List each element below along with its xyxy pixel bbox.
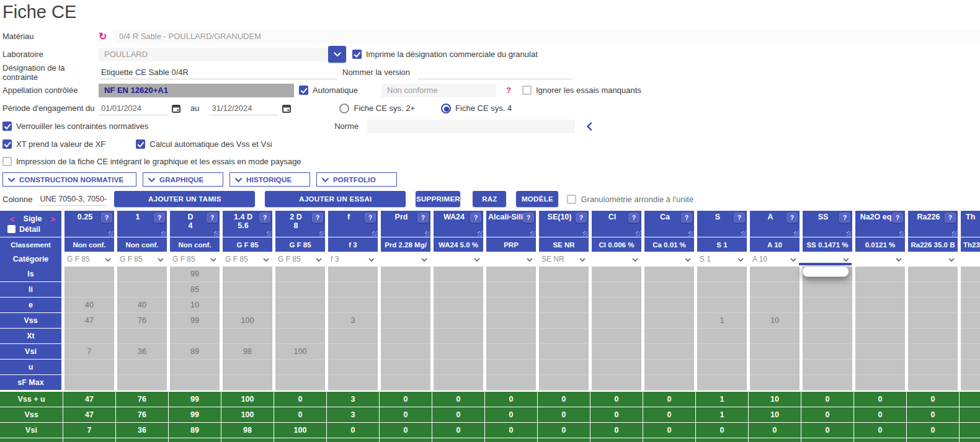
value-cell[interactable] <box>750 267 800 282</box>
resize-handle-icon[interactable] <box>688 231 693 236</box>
value-cell[interactable] <box>803 298 852 313</box>
resize-handle-icon[interactable] <box>109 231 114 236</box>
value-cell[interactable]: 3 <box>328 313 378 329</box>
fiche-sys2-radio[interactable] <box>339 104 349 113</box>
value-cell[interactable] <box>855 313 905 329</box>
categorie-select[interactable] <box>486 252 536 267</box>
value-cell[interactable] <box>223 329 272 344</box>
resize-handle-icon[interactable] <box>847 231 852 236</box>
detail-checkbox[interactable] <box>7 225 16 233</box>
categorie-select[interactable] <box>855 252 905 267</box>
value-cell[interactable]: 100 <box>223 313 272 329</box>
value-cell[interactable] <box>592 298 641 313</box>
version-field[interactable] <box>417 66 572 79</box>
value-cell[interactable] <box>381 329 430 344</box>
prev-column-icon[interactable]: < <box>10 214 15 224</box>
column-help-button[interactable]: ? <box>786 213 798 223</box>
value-cell[interactable] <box>381 282 430 298</box>
categorie-select[interactable] <box>961 252 980 267</box>
value-cell[interactable] <box>750 375 800 391</box>
value-cell[interactable] <box>328 360 378 375</box>
value-cell[interactable] <box>170 360 220 375</box>
supprimer-button[interactable]: SUPPRIMER <box>416 191 460 207</box>
next-column-icon[interactable]: > <box>50 214 55 224</box>
value-cell[interactable] <box>434 313 483 329</box>
resize-handle-icon[interactable] <box>741 231 746 236</box>
value-cell[interactable] <box>539 298 589 313</box>
value-cell[interactable] <box>961 313 980 329</box>
value-cell[interactable]: 100 <box>275 344 325 360</box>
value-cell[interactable] <box>908 329 958 344</box>
value-cell[interactable] <box>486 313 536 329</box>
value-cell[interactable] <box>855 298 905 313</box>
value-cell[interactable] <box>434 267 483 282</box>
resize-handle-icon[interactable] <box>214 231 219 236</box>
column-help-button[interactable]: ? <box>576 213 587 223</box>
categorie-select[interactable] <box>644 252 694 267</box>
value-cell[interactable] <box>750 282 800 298</box>
value-cell[interactable] <box>803 313 852 329</box>
value-cell[interactable]: 99 <box>170 267 220 282</box>
value-cell[interactable] <box>434 360 483 375</box>
value-cell[interactable] <box>275 267 325 282</box>
value-cell[interactable] <box>275 298 325 313</box>
categorie-select[interactable] <box>908 252 958 267</box>
value-cell[interactable] <box>961 267 980 282</box>
materiau-field[interactable]: 0/4 R Sable - POULLARD/GRANUDEM <box>114 30 980 43</box>
value-cell[interactable] <box>592 313 641 329</box>
imprime-designation-checkbox[interactable] <box>352 50 362 59</box>
value-cell[interactable] <box>539 344 589 360</box>
categorie-select[interactable]: S 1 <box>697 252 747 267</box>
laboratoire-field[interactable]: POULLARD <box>99 48 327 61</box>
value-cell[interactable] <box>117 360 167 375</box>
value-cell[interactable]: 36 <box>117 344 167 360</box>
value-cell[interactable] <box>855 344 905 360</box>
resize-handle-icon[interactable] <box>952 231 957 236</box>
categorie-select[interactable]: f 3 <box>328 252 378 267</box>
value-cell[interactable] <box>275 375 325 391</box>
column-help-button[interactable]: ? <box>523 213 534 223</box>
value-cell[interactable] <box>908 267 958 282</box>
categorie-select[interactable] <box>592 252 641 267</box>
calendar-icon[interactable] <box>282 104 291 113</box>
categorie-select[interactable]: G F 85 <box>275 252 325 267</box>
resize-handle-icon[interactable] <box>583 231 588 236</box>
value-cell[interactable] <box>223 282 272 298</box>
column-help-button[interactable]: ? <box>681 213 692 223</box>
raz-button[interactable]: RAZ <box>473 191 506 207</box>
value-cell[interactable] <box>697 329 747 344</box>
value-cell[interactable] <box>908 298 958 313</box>
value-cell[interactable] <box>486 375 536 391</box>
column-help-button[interactable]: ? <box>154 213 165 223</box>
column-help-button[interactable]: ? <box>101 213 112 223</box>
value-cell[interactable] <box>381 267 430 282</box>
column-help-button[interactable]: ? <box>945 213 956 223</box>
categorie-select[interactable]: G F 85 <box>170 252 220 267</box>
value-cell[interactable] <box>644 329 694 344</box>
value-cell[interactable] <box>750 344 800 360</box>
value-cell[interactable] <box>486 267 536 282</box>
resize-handle-icon[interactable] <box>636 231 641 236</box>
value-cell[interactable] <box>697 375 747 391</box>
value-cell[interactable] <box>381 360 430 375</box>
xt-checkbox[interactable] <box>2 139 12 149</box>
value-cell[interactable] <box>961 329 980 344</box>
value-cell[interactable] <box>328 344 378 360</box>
value-cell[interactable] <box>328 267 378 282</box>
value-cell[interactable] <box>328 282 378 298</box>
value-cell[interactable] <box>486 282 536 298</box>
calendar-icon[interactable] <box>172 104 180 113</box>
value-cell[interactable] <box>750 360 800 375</box>
value-cell[interactable] <box>539 375 589 391</box>
value-cell[interactable] <box>381 375 430 391</box>
column-help-button[interactable]: ? <box>417 213 429 223</box>
value-cell[interactable]: 47 <box>65 313 114 329</box>
value-cell[interactable]: 40 <box>117 298 167 313</box>
value-cell[interactable]: 98 <box>223 344 272 360</box>
value-cell[interactable] <box>275 313 325 329</box>
value-cell[interactable] <box>223 375 272 391</box>
value-cell[interactable] <box>275 360 325 375</box>
resize-handle-icon[interactable] <box>319 231 324 236</box>
value-cell[interactable] <box>803 329 852 344</box>
value-cell[interactable] <box>539 282 589 298</box>
